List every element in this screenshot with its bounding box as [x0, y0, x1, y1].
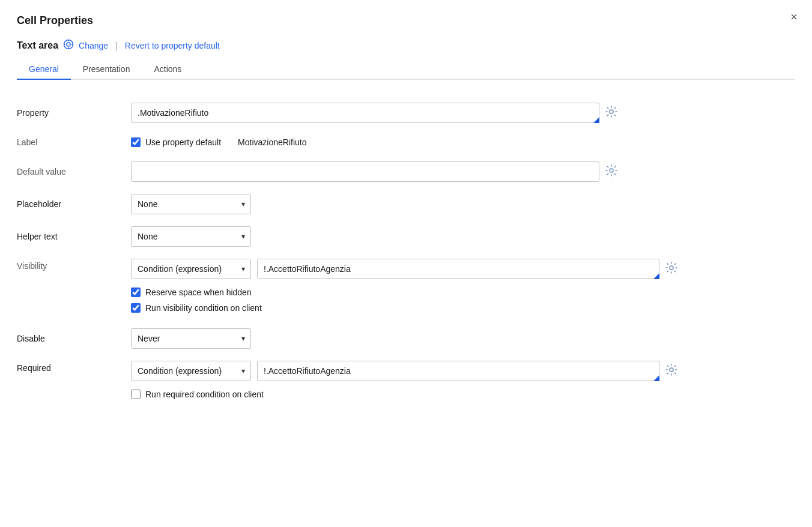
- reserve-space-checkbox[interactable]: [131, 288, 141, 297]
- required-sub-checkboxes: Run required condition on client: [131, 386, 677, 403]
- required-expression-input[interactable]: [257, 361, 659, 381]
- placeholder-control: None Custom Property default ▾: [131, 188, 677, 220]
- component-header: Text area Change | Revert to property de…: [17, 39, 795, 52]
- property-triangle: [593, 117, 599, 123]
- default-value-label: Default value: [17, 158, 131, 185]
- label-label: Label: [17, 129, 131, 155]
- visibility-select[interactable]: Always Never Condition (expression) Prop…: [131, 259, 251, 279]
- tabs-bar: General Presentation Actions: [17, 59, 795, 80]
- required-select[interactable]: Never Always Condition (expression) Prop…: [131, 361, 251, 381]
- revert-to-default-button[interactable]: Revert to property default: [125, 41, 220, 50]
- run-visibility-label: Run visibility condition on client: [145, 303, 262, 313]
- required-row: Never Always Condition (expression) Prop…: [131, 361, 677, 381]
- cell-properties-dialog: × Cell Properties Text area Change | Rev…: [0, 0, 812, 527]
- visibility-select-wrapper: Always Never Condition (expression) Prop…: [131, 259, 251, 279]
- default-value-input-wrapper: [131, 161, 599, 182]
- svg-point-8: [670, 266, 673, 270]
- property-input-wrapper: [131, 103, 599, 123]
- disable-label: Disable: [17, 325, 131, 352]
- visibility-expression-wrapper: [257, 259, 659, 279]
- required-gear-icon[interactable]: [665, 364, 677, 379]
- run-required-row: Run required condition on client: [131, 390, 677, 399]
- run-visibility-checkbox[interactable]: [131, 303, 141, 313]
- helper-text-label: Helper text: [17, 223, 131, 250]
- visibility-sub-checkboxes: Reserve space when hidden Run visibility…: [131, 284, 677, 316]
- reserve-space-row: Reserve space when hidden: [131, 288, 677, 297]
- svg-point-1: [67, 43, 70, 46]
- required-triangle: [653, 375, 659, 381]
- target-circle-icon: [63, 39, 74, 52]
- svg-point-9: [670, 368, 673, 372]
- default-value-gear-icon[interactable]: [605, 164, 617, 179]
- required-expression-wrapper: [257, 361, 659, 381]
- disable-control: Never Always Condition (expression) Prop…: [131, 322, 677, 355]
- helper-text-select-wrapper: None Custom Property default ▾: [131, 226, 251, 247]
- disable-select[interactable]: Never Always Condition (expression) Prop…: [131, 328, 251, 349]
- helper-text-control: None Custom Property default ▾: [131, 220, 677, 253]
- tab-presentation[interactable]: Presentation: [71, 59, 142, 79]
- default-value-control: [131, 155, 677, 188]
- run-required-checkbox[interactable]: [131, 390, 141, 399]
- close-button[interactable]: ×: [790, 11, 798, 23]
- required-select-wrapper: Never Always Condition (expression) Prop…: [131, 361, 251, 381]
- general-form: Property Label Use property default Moti…: [17, 97, 677, 409]
- placeholder-label: Placeholder: [17, 191, 131, 217]
- component-type-label: Text area: [17, 40, 58, 51]
- run-required-label: Run required condition on client: [145, 390, 264, 399]
- helper-text-select[interactable]: None Custom Property default: [131, 226, 251, 247]
- svg-point-7: [610, 169, 613, 172]
- visibility-row: Always Never Condition (expression) Prop…: [131, 259, 677, 279]
- label-control: Use property default MotivazioneRifiuto: [131, 129, 677, 155]
- svg-point-6: [610, 110, 613, 113]
- label-value: MotivazioneRifiuto: [238, 137, 306, 147]
- separator: |: [115, 41, 118, 50]
- property-label: Property: [17, 100, 131, 126]
- placeholder-select-wrapper: None Custom Property default ▾: [131, 194, 251, 214]
- visibility-gear-icon[interactable]: [665, 262, 677, 277]
- visibility-triangle: [653, 273, 659, 279]
- placeholder-select[interactable]: None Custom Property default: [131, 194, 251, 214]
- visibility-label: Visibility: [17, 253, 131, 279]
- dialog-title: Cell Properties: [17, 14, 795, 27]
- required-section: Never Always Condition (expression) Prop…: [131, 355, 677, 409]
- disable-select-wrapper: Never Always Condition (expression) Prop…: [131, 328, 251, 349]
- use-property-default-checkbox[interactable]: [131, 137, 141, 147]
- reserve-space-label: Reserve space when hidden: [145, 288, 252, 297]
- required-label: Required: [17, 355, 131, 381]
- property-control: [131, 97, 677, 129]
- run-visibility-row: Run visibility condition on client: [131, 303, 677, 313]
- use-property-default-row: Use property default MotivazioneRifiuto: [131, 137, 306, 147]
- visibility-section: Always Never Condition (expression) Prop…: [131, 253, 677, 322]
- default-value-input[interactable]: [131, 161, 599, 182]
- change-button[interactable]: Change: [79, 41, 108, 50]
- tab-actions[interactable]: Actions: [142, 59, 193, 79]
- property-gear-icon[interactable]: [605, 106, 617, 121]
- visibility-expression-input[interactable]: [257, 259, 659, 279]
- property-input[interactable]: [131, 103, 599, 123]
- use-property-default-label: Use property default: [145, 137, 221, 147]
- tab-general[interactable]: General: [17, 59, 71, 79]
